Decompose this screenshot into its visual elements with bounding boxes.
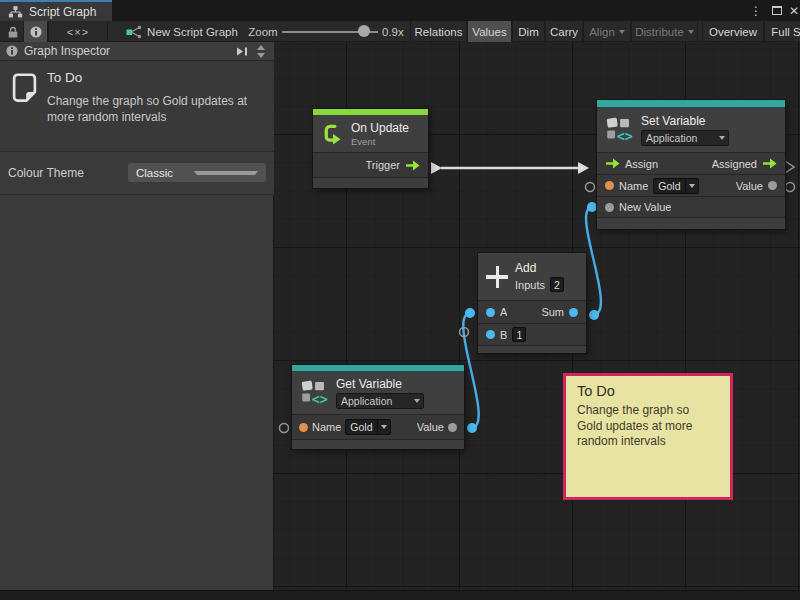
new-script-graph-button[interactable]: New Script Graph bbox=[118, 21, 246, 42]
inputs-count-field[interactable]: 2 bbox=[550, 277, 564, 292]
node-footer bbox=[292, 439, 464, 449]
sticky-note-todo[interactable]: To Do Change the graph so Gold updates a… bbox=[563, 373, 733, 500]
flow-arrow-icon[interactable] bbox=[762, 158, 777, 169]
b-port-label: B bbox=[500, 329, 507, 341]
graph-toolbar: <×> New Script Graph Zoom 0.9x Relations… bbox=[0, 21, 800, 42]
popout-icon[interactable] bbox=[237, 47, 248, 56]
port-setvar-name-input[interactable] bbox=[586, 183, 595, 192]
variables-icon: <> bbox=[300, 379, 329, 406]
window-close-button[interactable]: ✕ bbox=[786, 0, 800, 21]
name-port-dot[interactable] bbox=[299, 423, 308, 432]
port-add-a-input[interactable] bbox=[465, 308, 475, 318]
value-port-dot[interactable] bbox=[768, 181, 777, 190]
zoom-label: Zoom bbox=[246, 21, 280, 42]
zoom-slider-handle[interactable] bbox=[358, 25, 370, 37]
inspector-note-description: Change the graph so Gold updates at more… bbox=[47, 93, 261, 125]
new-value-port-label: New Value bbox=[619, 201, 671, 213]
variables-icon: <> bbox=[605, 116, 634, 143]
tab-bar: Script Graph ⋮ ✕ bbox=[0, 0, 800, 21]
svg-text:<>: <> bbox=[312, 392, 328, 406]
update-loop-icon bbox=[321, 122, 344, 145]
node-subtitle: Event bbox=[351, 136, 409, 147]
a-port-dot[interactable] bbox=[486, 308, 495, 317]
window-bottom-edge bbox=[0, 590, 800, 600]
chevron-down-icon bbox=[619, 30, 625, 34]
add-header: Add Inputs 2 bbox=[478, 253, 586, 300]
window-menu-button[interactable]: ⋮ bbox=[748, 0, 764, 21]
toolbar-button-relations[interactable]: Relations bbox=[410, 21, 467, 42]
toolbar-button-distribute[interactable]: Distribute bbox=[631, 21, 698, 42]
toolbar-button-overview[interactable]: Overview bbox=[702, 21, 764, 42]
inspector-toggle-button[interactable] bbox=[23, 21, 48, 42]
set-variable-header: <> Set Variable Application bbox=[597, 107, 785, 152]
variable-scope-dropdown[interactable]: Application bbox=[641, 130, 729, 146]
variable-name-dropdown[interactable]: Gold bbox=[345, 419, 390, 435]
chevron-down-icon bbox=[685, 179, 698, 193]
sum-port-dot[interactable] bbox=[569, 308, 578, 317]
node-footer bbox=[478, 345, 586, 353]
port-setvar-newvalue-input[interactable] bbox=[587, 202, 597, 212]
window-maximize-button[interactable] bbox=[768, 0, 786, 21]
get-variable-name-row: Name Gold Value bbox=[292, 414, 464, 439]
set-variable-name-row: Name Gold Value bbox=[597, 174, 785, 196]
node-set-variable[interactable]: <> Set Variable Application Assign Assig… bbox=[597, 100, 785, 229]
flow-wire-start-arrow[interactable] bbox=[431, 162, 442, 174]
add-row-b: B 1 bbox=[478, 323, 586, 345]
toolbar-button-fullscreen[interactable]: Full S bbox=[764, 21, 800, 42]
new-value-port-dot[interactable] bbox=[605, 203, 614, 212]
trigger-port-label: Trigger bbox=[366, 159, 400, 171]
node-title: Set Variable bbox=[641, 114, 729, 128]
port-getvar-name-input[interactable] bbox=[280, 424, 289, 433]
on-update-header: On Update Event bbox=[313, 115, 428, 152]
toolbar-button-carry[interactable]: Carry bbox=[545, 21, 583, 42]
toolbar-button-values[interactable]: Values bbox=[467, 21, 512, 42]
flow-wire-end-arrow[interactable] bbox=[578, 162, 589, 174]
node-title: Get Variable bbox=[336, 377, 424, 391]
node-accent-bar bbox=[597, 100, 785, 107]
tab-script-graph[interactable]: Script Graph bbox=[0, 0, 112, 21]
assigned-port-label: Assigned bbox=[712, 158, 757, 170]
name-port-label: Name bbox=[312, 421, 341, 433]
value-wire-gold-to-add[interactable] bbox=[463, 313, 478, 428]
add-plus-icon bbox=[486, 266, 508, 288]
chevron-down-icon bbox=[377, 420, 390, 434]
name-port-dot[interactable] bbox=[605, 181, 614, 190]
colour-theme-label: Colour Theme bbox=[8, 166, 84, 180]
chevron-down-icon bbox=[414, 399, 420, 403]
variable-scope-dropdown[interactable]: Application bbox=[336, 393, 424, 409]
port-setvar-assigned-output[interactable] bbox=[785, 161, 794, 173]
node-get-variable[interactable]: <> Get Variable Application Name Gold Va… bbox=[292, 365, 464, 449]
on-update-trigger-row: Trigger bbox=[313, 152, 428, 177]
variable-name-dropdown[interactable]: Gold bbox=[653, 178, 698, 194]
sticky-note-line: Change the graph so bbox=[577, 403, 719, 419]
colour-theme-dropdown[interactable]: Classic bbox=[128, 163, 266, 182]
new-script-graph-label: New Script Graph bbox=[147, 26, 238, 38]
b-port-dot[interactable] bbox=[486, 330, 495, 339]
b-value-field[interactable]: 1 bbox=[512, 327, 526, 342]
port-add-sum-output[interactable] bbox=[589, 310, 599, 320]
sum-port-label: Sum bbox=[541, 306, 564, 318]
scroll-up-icon[interactable] bbox=[257, 45, 265, 50]
node-add[interactable]: Add Inputs 2 A Sum B 1 bbox=[478, 253, 586, 353]
scroll-down-icon[interactable] bbox=[257, 53, 265, 58]
node-on-update[interactable]: On Update Event Trigger bbox=[313, 109, 428, 188]
lock-button[interactable] bbox=[4, 21, 22, 42]
flow-arrow-icon[interactable] bbox=[405, 160, 420, 171]
port-add-b-input[interactable] bbox=[460, 328, 469, 337]
chevron-down-icon bbox=[719, 136, 725, 140]
info-icon bbox=[30, 26, 42, 38]
colour-theme-row: Colour Theme Classic bbox=[0, 151, 274, 195]
node-title: On Update bbox=[351, 121, 409, 135]
graph-canvas[interactable]: On Update Event Trigger <> Set Variable bbox=[274, 42, 800, 590]
port-getvar-value-output[interactable] bbox=[467, 423, 477, 433]
chevron-down-icon bbox=[688, 30, 694, 34]
toolbar-button-align[interactable]: Align bbox=[583, 21, 631, 42]
flow-arrow-icon[interactable] bbox=[605, 158, 620, 169]
value-port-dot[interactable] bbox=[448, 423, 457, 432]
toolbar-button-dim[interactable]: Dim bbox=[512, 21, 545, 42]
inspector-note-summary: To Do Change the graph so Gold updates a… bbox=[0, 61, 274, 151]
code-view-button[interactable]: <×> bbox=[48, 21, 108, 42]
inspector-scroll-arrows[interactable] bbox=[254, 45, 268, 58]
port-setvar-value-output[interactable] bbox=[786, 183, 795, 192]
zoom-value: 0.9x bbox=[382, 21, 404, 42]
